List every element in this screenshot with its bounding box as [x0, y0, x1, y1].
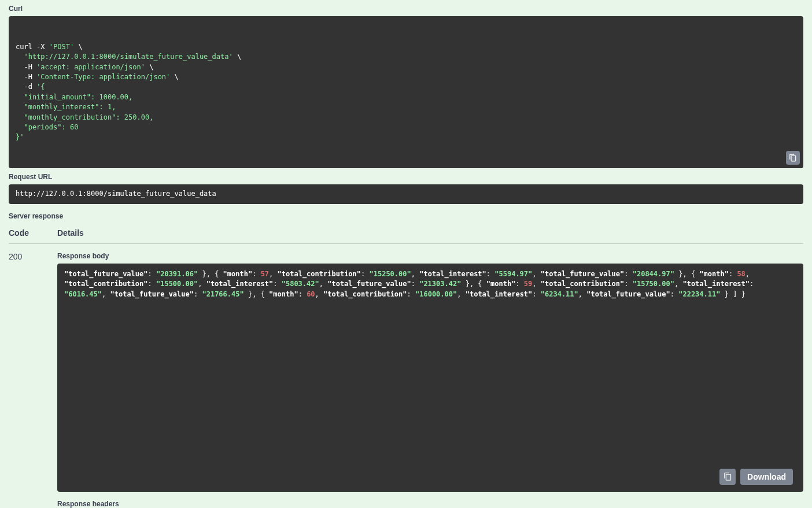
request-url-label: Request URL: [9, 173, 803, 181]
response-headers-label: Response headers: [57, 500, 803, 508]
clipboard-icon: [724, 472, 732, 481]
request-url-block: http://127.0.0.1:8000/simulate_future_va…: [9, 184, 803, 203]
curl-label: Curl: [9, 5, 803, 13]
copy-curl-button[interactable]: [786, 151, 800, 165]
server-response-label: Server response: [9, 212, 803, 220]
response-body-block[interactable]: "total_future_value": "20391.06" }, { "m…: [57, 264, 803, 492]
th-code: Code: [9, 228, 57, 238]
clipboard-icon: [789, 154, 797, 162]
curl-code-block: curl -X 'POST' \ 'http://127.0.0.1:8000/…: [9, 16, 803, 168]
response-body-label: Response body: [57, 252, 803, 260]
status-code: 200: [9, 252, 57, 508]
response-table-header: Code Details: [9, 224, 803, 244]
download-button[interactable]: Download: [740, 469, 793, 485]
copy-response-button[interactable]: [719, 469, 736, 485]
response-row: 200 Response body "total_future_value": …: [9, 244, 803, 508]
th-details: Details: [57, 228, 84, 238]
